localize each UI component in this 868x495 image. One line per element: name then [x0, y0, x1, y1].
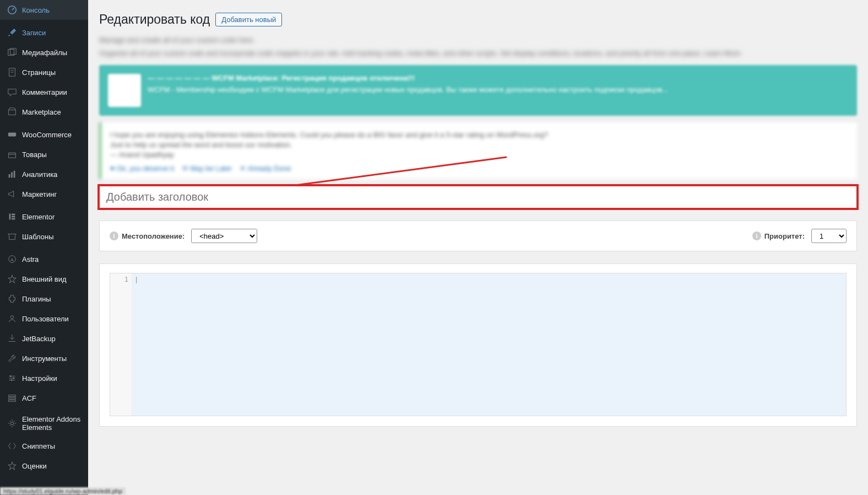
editor-body[interactable] — [132, 273, 846, 416]
products-icon — [7, 149, 18, 160]
info-icon: i — [752, 232, 761, 240]
add-new-button[interactable]: Добавить новый — [215, 13, 282, 26]
code-editor[interactable]: 1 — [110, 273, 847, 416]
svg-rect-7 — [8, 132, 16, 136]
sidebar-item-label: Пользователи — [22, 315, 69, 323]
sidebar-item-products[interactable]: Товары — [0, 144, 88, 164]
meta-row: i Местоположение: <head> i Приоритет: 1 — [99, 220, 857, 251]
code-editor-panel: 1 — [99, 263, 857, 427]
tools-icon — [7, 353, 18, 364]
sidebar-item-label: Товары — [22, 150, 47, 159]
sidebar-item-analytics[interactable]: Аналитика — [0, 164, 88, 184]
location-select[interactable]: <head> — [191, 229, 257, 243]
sidebar-item-label: WooCommerce — [22, 131, 72, 139]
sidebar-item-settings[interactable]: Настройки — [0, 368, 88, 388]
addons-icon — [7, 418, 18, 429]
svg-rect-13 — [9, 214, 11, 220]
location-label: i Местоположение: — [110, 232, 185, 240]
svg-rect-8 — [9, 153, 16, 158]
priority-label: i Приоритет: — [752, 232, 805, 240]
sidebar-item-label: Elementor — [22, 213, 55, 221]
marketplace-icon — [7, 106, 18, 117]
elementor-icon — [7, 211, 18, 222]
sidebar-item-label: Сниппеты — [22, 442, 55, 450]
sidebar-item-label: Записи — [22, 29, 46, 37]
sidebar-item-posts[interactable]: Записи — [0, 23, 88, 42]
sidebar-item-label: Консоль — [22, 6, 50, 14]
media-icon — [7, 47, 18, 58]
svg-rect-27 — [9, 397, 16, 399]
sidebar-item-label: Шаблоны — [22, 233, 54, 241]
page-header: Редактировать код Добавить новый — [99, 0, 857, 33]
marketing-icon — [7, 189, 18, 200]
svg-text:A: A — [10, 257, 14, 262]
svg-rect-10 — [9, 174, 10, 177]
sidebar-item-ratings[interactable]: Оценки — [0, 456, 88, 476]
svg-point-24 — [13, 378, 14, 379]
appearance-icon — [7, 273, 18, 284]
review-panel: I hope you are enjoying using Elementor … — [99, 122, 857, 179]
sidebar-item-console[interactable]: Консоль — [0, 0, 88, 20]
svg-rect-14 — [12, 214, 15, 216]
svg-point-23 — [10, 375, 12, 377]
sidebar-item-plugins[interactable]: Плагины — [0, 289, 88, 309]
sidebar-item-marketing[interactable]: Маркетинг — [0, 184, 88, 204]
sidebar-item-marketplace[interactable]: Marketplace — [0, 102, 88, 122]
intro-line-2: Organize all of your custom code and inc… — [99, 48, 857, 59]
plugins-icon — [7, 293, 18, 304]
sidebar-item-users[interactable]: Пользователи — [0, 309, 88, 329]
svg-rect-11 — [11, 172, 13, 177]
priority-select[interactable]: 1 — [811, 229, 847, 243]
svg-rect-6 — [9, 110, 16, 115]
svg-rect-26 — [9, 395, 16, 397]
sidebar-item-pages[interactable]: Страницы — [0, 62, 88, 82]
sidebar-item-elementor[interactable]: Elementor — [0, 207, 88, 227]
sidebar-item-label: Медиафайлы — [22, 49, 67, 57]
sidebar-item-comments[interactable]: Комментарии — [0, 82, 88, 102]
banner-icon — [108, 74, 141, 107]
svg-point-29 — [10, 422, 13, 424]
analytics-icon — [7, 169, 18, 180]
ratings-icon — [7, 460, 18, 471]
pages-icon — [7, 67, 18, 78]
title-input[interactable] — [99, 186, 857, 208]
snippets-icon — [7, 440, 18, 451]
astra-icon: A — [7, 254, 18, 265]
backup-icon — [7, 333, 18, 344]
acf-icon — [7, 392, 18, 403]
sidebar-item-label: Плагины — [22, 295, 51, 303]
users-icon — [7, 313, 18, 324]
sidebar-item-astra[interactable]: A Astra — [0, 249, 88, 269]
sidebar-item-label: Astra — [22, 255, 39, 263]
sidebar-item-templates[interactable]: Шаблоны — [0, 227, 88, 246]
sidebar-item-label: Настройки — [22, 374, 57, 383]
sidebar-item-label: ACF — [22, 394, 36, 402]
main-content: Редактировать код Добавить новый Manage … — [88, 0, 868, 495]
sidebar-item-woocommerce[interactable]: WooCommerce — [0, 125, 88, 144]
sidebar-item-label: Страницы — [22, 68, 56, 77]
svg-rect-15 — [12, 216, 15, 218]
sidebar-item-label: Инструменты — [22, 354, 67, 363]
svg-point-25 — [11, 379, 13, 381]
admin-sidebar: Консоль Записи Медиафайлы Страницы Комме… — [0, 0, 88, 495]
dashboard-icon — [7, 4, 18, 15]
sidebar-item-acf[interactable]: ACF — [0, 388, 88, 408]
svg-rect-28 — [9, 400, 16, 402]
templates-icon — [7, 231, 18, 242]
page-title: Редактировать код — [99, 12, 210, 27]
sidebar-item-label: Аналитика — [22, 170, 57, 179]
sidebar-item-jetbackup[interactable]: JetBackup — [0, 329, 88, 348]
comment-icon — [7, 87, 18, 98]
sidebar-item-label: Маркетинг — [22, 190, 57, 198]
sidebar-item-elementor-addons[interactable]: Elementor Addons Elements — [0, 411, 88, 436]
title-field-wrap — [99, 186, 857, 208]
svg-rect-12 — [14, 171, 15, 178]
sidebar-item-label: Внешний вид — [22, 275, 67, 283]
sidebar-item-snippets[interactable]: Сниппеты — [0, 436, 88, 456]
svg-point-19 — [10, 316, 13, 319]
sidebar-item-tools[interactable]: Инструменты — [0, 348, 88, 368]
sidebar-item-appearance[interactable]: Внешний вид — [0, 269, 88, 289]
info-icon: i — [110, 232, 118, 240]
sidebar-item-media[interactable]: Медиафайлы — [0, 42, 88, 62]
banner-text: — — — — — — — WCFM Marketplace: Регистра… — [148, 74, 848, 107]
